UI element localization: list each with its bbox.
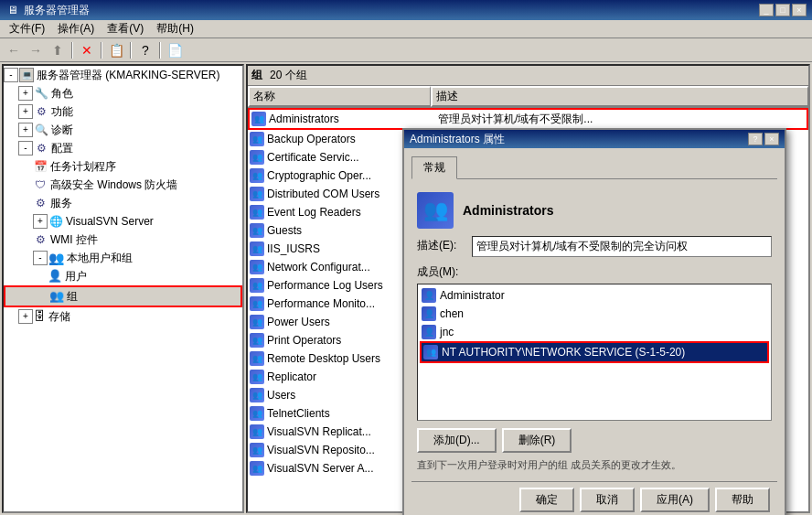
group-icon-15: 👥 bbox=[250, 388, 264, 402]
member-icon-3: 👥 bbox=[423, 345, 438, 359]
tree-item-users[interactable]: 👤 用户 bbox=[4, 267, 242, 285]
col-desc[interactable]: 描述 bbox=[431, 86, 808, 107]
local-users-icon: 👥 bbox=[48, 250, 64, 266]
back-button[interactable]: ← bbox=[4, 40, 24, 60]
properties-button[interactable]: 📋 bbox=[106, 40, 126, 60]
title-bar-title: 服务器管理器 bbox=[24, 3, 90, 18]
group-icon-5: 👥 bbox=[250, 205, 264, 220]
config-expander[interactable]: - bbox=[18, 141, 33, 156]
dialog-title: Administrators 属性 bbox=[410, 132, 505, 147]
dialog-group-icon: 👥 bbox=[417, 192, 454, 229]
help-dialog-button[interactable]: 帮助 bbox=[715, 488, 770, 512]
dialog-group-name: Administrators bbox=[463, 203, 554, 218]
menu-action[interactable]: 操作(A) bbox=[52, 20, 100, 38]
group-icon-8: 👥 bbox=[250, 260, 264, 274]
storage-icon: 🗄 bbox=[34, 308, 46, 325]
list-columns: 名称 描述 bbox=[248, 86, 808, 108]
tree-item-roles[interactable]: + 🔧 角色 bbox=[4, 84, 242, 102]
tree-root[interactable]: - 💻 服务器管理器 (KMARKING-SERVER) bbox=[4, 66, 242, 84]
dialog-desc-value[interactable]: 管理员对计算机/域有不受限制的完全访问权 bbox=[472, 236, 772, 257]
group-icon-13: 👥 bbox=[250, 351, 264, 366]
server-icon: 💻 bbox=[19, 68, 34, 82]
menu-file[interactable]: 文件(F) bbox=[4, 20, 50, 38]
tree-item-firewall[interactable]: 🛡 高级安全 Windows 防火墙 bbox=[4, 176, 242, 194]
local-users-expander[interactable]: - bbox=[33, 251, 48, 265]
svn-expander[interactable]: + bbox=[33, 214, 48, 229]
svn-icon: 🌐 bbox=[48, 214, 63, 229]
storage-expander[interactable]: + bbox=[18, 309, 33, 324]
apply-button[interactable]: 应用(A) bbox=[640, 488, 710, 512]
administrators-dialog: Administrators 属性 ? × 常规 👥 Administrator… bbox=[402, 128, 786, 515]
tree-item-features[interactable]: + ⚙ 功能 bbox=[4, 102, 242, 121]
help-button[interactable]: ? bbox=[135, 40, 155, 60]
features-expander[interactable]: + bbox=[18, 104, 33, 119]
minimize-button[interactable]: _ bbox=[759, 4, 774, 16]
dialog-members-list: 👤 Administrator 👤 chen 👤 jnc 👥 NT AUTHOR… bbox=[417, 284, 772, 421]
dialog-group-info: 👥 Administrators bbox=[417, 192, 772, 229]
dialog-note: 直到下一次用户登录时对用户的组 成员关系的更改才生效。 bbox=[417, 458, 772, 472]
tree-item-tasks[interactable]: 📅 任务计划程序 bbox=[4, 157, 242, 176]
member-jnc[interactable]: 👤 jnc bbox=[420, 323, 769, 341]
tree-item-svn[interactable]: + 🌐 VisualSVN Server bbox=[4, 212, 242, 231]
diag-expander[interactable]: + bbox=[18, 123, 33, 137]
menu-help[interactable]: 帮助(H) bbox=[151, 20, 199, 38]
group-icon-11: 👥 bbox=[250, 315, 264, 329]
group-icon-6: 👥 bbox=[250, 223, 264, 238]
root-expander[interactable]: - bbox=[4, 68, 18, 82]
up-button[interactable]: ⬆ bbox=[48, 40, 68, 60]
toolbar-sep-4 bbox=[159, 42, 161, 59]
col-name[interactable]: 名称 bbox=[248, 86, 431, 107]
member-network-service[interactable]: 👥 NT AUTHORITY\NETWORK SERVICE (S-1-5-20… bbox=[420, 341, 769, 363]
tree-item-diag[interactable]: + 🔍 诊断 bbox=[4, 121, 242, 139]
toolbar-sep-3 bbox=[130, 42, 132, 59]
app-window: 🖥 服务器管理器 _ □ × 文件(F) 操作(A) 查看(V) 帮助(H) ←… bbox=[0, 0, 812, 515]
users-icon: 👤 bbox=[48, 268, 62, 284]
list-count: 20 个组 bbox=[270, 68, 307, 83]
add-button[interactable]: 添加(D)... bbox=[417, 428, 497, 453]
list-row-administrators[interactable]: 👥 Administrators 管理员对计算机/域有不受限制... bbox=[248, 108, 808, 130]
export-button[interactable]: 📄 bbox=[165, 40, 185, 60]
member-icon-0: 👤 bbox=[422, 288, 436, 303]
forward-button[interactable]: → bbox=[26, 40, 46, 60]
tree-item-wmi-label: WMI 控件 bbox=[50, 231, 98, 248]
tree-item-local-users-label: 本地用户和组 bbox=[67, 250, 133, 266]
list-row-name: 👥 Administrators bbox=[251, 111, 434, 127]
tree-item-wmi[interactable]: ⚙ WMI 控件 bbox=[4, 231, 242, 249]
group-icon-2: 👥 bbox=[250, 150, 264, 165]
dialog-members-label: 成员(M): bbox=[417, 264, 772, 280]
dialog-help-button[interactable]: ? bbox=[748, 133, 763, 145]
tree-item-diag-label: 诊断 bbox=[51, 122, 73, 138]
member-administrator[interactable]: 👤 Administrator bbox=[420, 286, 769, 305]
tree-item-services[interactable]: ⚙ 服务 bbox=[4, 194, 242, 212]
tasks-icon: 📅 bbox=[33, 159, 48, 174]
tree-item-local-users[interactable]: - 👥 本地用户和组 bbox=[4, 249, 242, 267]
toolbar-sep-1 bbox=[71, 42, 73, 59]
tree-item-svn-label: VisualSVN Server bbox=[66, 213, 154, 230]
group-icon-17: 👥 bbox=[250, 424, 264, 439]
remove-button[interactable]: 删除(R) bbox=[502, 428, 572, 453]
firewall-icon: 🛡 bbox=[33, 177, 48, 192]
tree-item-config-label: 配置 bbox=[51, 140, 73, 156]
delete-button[interactable]: ✕ bbox=[77, 40, 97, 60]
tab-general[interactable]: 常规 bbox=[411, 156, 457, 179]
group-icon-1: 👥 bbox=[250, 132, 264, 146]
cancel-button[interactable]: 取消 bbox=[580, 488, 635, 512]
features-icon: ⚙ bbox=[34, 104, 48, 119]
member-icon-2: 👤 bbox=[422, 325, 436, 339]
member-chen[interactable]: 👤 chen bbox=[420, 305, 769, 323]
menu-view[interactable]: 查看(V) bbox=[102, 20, 149, 38]
tree-item-config[interactable]: - ⚙ 配置 bbox=[4, 139, 242, 157]
ok-button[interactable]: 确定 bbox=[519, 488, 574, 512]
group-icon-9: 👥 bbox=[250, 278, 264, 293]
dialog-tabs: 常规 bbox=[411, 156, 777, 179]
group-icon-18: 👥 bbox=[250, 443, 264, 457]
tree-item-tasks-label: 任务计划程序 bbox=[50, 158, 116, 175]
maximize-button[interactable]: □ bbox=[775, 4, 790, 16]
tree-item-groups[interactable]: 👥 组 bbox=[4, 285, 242, 307]
dialog-close-button[interactable]: × bbox=[764, 133, 779, 145]
dialog-desc-row: 描述(E): 管理员对计算机/域有不受限制的完全访问权 bbox=[417, 236, 772, 257]
tree-item-storage[interactable]: + 🗄 存储 bbox=[4, 307, 242, 326]
roles-expander[interactable]: + bbox=[18, 86, 33, 101]
group-icon-7: 👥 bbox=[250, 241, 264, 256]
close-button[interactable]: × bbox=[792, 4, 807, 16]
